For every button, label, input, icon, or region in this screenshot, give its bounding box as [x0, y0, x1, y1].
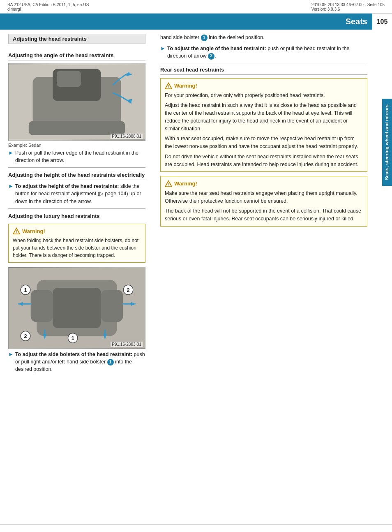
warning-3-para2: The back of the head will not be support…: [165, 207, 363, 223]
rear-seat-title: Rear seat head restraints: [160, 67, 367, 75]
warning-2-para4: Do not drive the vehicle without the sea…: [165, 153, 363, 169]
arrow-icon-3: ►: [8, 351, 14, 357]
svg-text:!: !: [168, 183, 169, 187]
warning-triangle-icon-1: !: [13, 227, 20, 235]
warning-2-para1: For your protection, drive only with pro…: [165, 92, 363, 99]
luxury-section-title: Adjusting the luxury head restraints: [8, 213, 145, 221]
image1-ref: P91.16-2808-31: [111, 134, 143, 139]
side-tab-label: Seats, steering wheel and mirrors: [384, 104, 389, 180]
warning-1-title: ! Warning!: [13, 227, 141, 236]
bullet-angle-right-text: To adjust the angle of the head restrain…: [167, 45, 367, 60]
header-left-line1: BA 212 USA, CA Edition B 2011; 1; 5, en-…: [7, 2, 89, 7]
warning-box-3: ! Warning! Make sure the rear seat head …: [160, 176, 367, 227]
bullet-height: ► To adjust the height of the head restr…: [8, 183, 145, 205]
left-column: Adjusting the head restraints Adjusting …: [0, 34, 152, 376]
warning-3-label: Warning!: [174, 180, 197, 188]
image1-caption: Example: Sedan: [8, 143, 145, 148]
image2-ref: P91.16-2803-31: [111, 342, 143, 347]
warning-2-title: ! Warning!: [165, 82, 363, 90]
side-bolster-circle: 1: [107, 359, 114, 365]
title-bar: Seats 105: [0, 14, 392, 30]
side-bolster-bold: To adjust the side bolsters of the head …: [15, 352, 132, 357]
page-number: 105: [371, 14, 392, 30]
svg-text:1: 1: [71, 335, 74, 341]
arrow-icon-1: ►: [8, 150, 14, 156]
angle-right-bold: To adjust the angle of the head restrain…: [167, 46, 266, 51]
warning-1-label: Warning!: [22, 227, 45, 236]
section-title: Seats: [346, 17, 367, 26]
warning-2-label: Warning!: [174, 82, 197, 90]
angle-section-title: Adjusting the angle of the head restrain…: [8, 52, 145, 60]
arrow-icon-2: ►: [8, 183, 14, 189]
bullet-angle-text: Push or pull the lower edge of the head …: [15, 149, 145, 164]
height-section-title: Adjusting the height of the head restrai…: [8, 172, 145, 180]
svg-text:!: !: [16, 230, 17, 234]
continued-text: hand side bolster 1 into the desired pos…: [160, 34, 367, 42]
warning-box-1: ! Warning! When folding back the head re…: [8, 224, 145, 263]
circle-1-inline: 1: [201, 35, 208, 41]
arrow-icon-4: ►: [160, 45, 166, 51]
svg-text:2: 2: [24, 333, 27, 339]
warning-1-text: When folding back the head restraint sid…: [13, 237, 141, 259]
right-column: hand side bolster 1 into the desired pos…: [152, 34, 392, 376]
bullet-angle: ► Push or pull the lower edge of the hea…: [8, 149, 145, 164]
svg-rect-6: [29, 121, 125, 135]
svg-text:1: 1: [24, 287, 27, 293]
warning-3-title: ! Warning!: [165, 180, 363, 188]
warning-3-para1: Make sure the rear seat head restraints …: [165, 190, 363, 205]
svg-rect-12: [31, 290, 53, 322]
bullet-side-bolster: ► To adjust the side bolsters of the hea…: [8, 351, 145, 373]
content-area: Adjusting the head restraints Adjusting …: [0, 30, 392, 376]
bullet-height-bold: To adjust the height of the head restrai…: [15, 183, 119, 189]
warning-2-para3: With a rear seat occupied, make sure to …: [165, 135, 363, 150]
section-box: Adjusting the head restraints: [8, 34, 145, 44]
svg-rect-3: [57, 71, 81, 87]
warning-triangle-icon-2: !: [165, 82, 172, 90]
warning-2-para2: Adjust the head restraint in such a way …: [165, 102, 363, 132]
warning-triangle-icon-3: !: [165, 180, 172, 187]
warning-box-2: ! Warning! For your protection, drive on…: [160, 78, 367, 172]
svg-text:2: 2: [127, 287, 129, 293]
header-left: BA 212 USA, CA Edition B 2011; 1; 5, en-…: [7, 2, 89, 12]
header-left-line2: dimargi: [7, 7, 89, 12]
svg-rect-13: [101, 290, 123, 322]
svg-rect-11: [53, 288, 101, 328]
header-right-line1: 2010-05-20T13:33:46+02:00 - Seite 105: [311, 2, 385, 7]
bullet-side-bolster-text: To adjust the side bolsters of the head …: [15, 351, 145, 373]
luxury-image: 1 2 2 1 P91.16-2803-31: [8, 267, 145, 349]
car-image: P91.16-2808-31: [8, 63, 145, 141]
bullet-angle-right: ► To adjust the angle of the head restra…: [160, 45, 367, 60]
bottom-border: [0, 524, 392, 525]
doc-header: BA 212 USA, CA Edition B 2011; 1; 5, en-…: [0, 0, 392, 14]
header-right-line2: Version: 3.0.3.6: [311, 7, 385, 12]
svg-text:!: !: [168, 84, 169, 88]
bullet-height-text: To adjust the height of the head restrai…: [15, 183, 145, 205]
side-tab: Seats, steering wheel and mirrors: [382, 99, 392, 186]
header-right: 2010-05-20T13:33:46+02:00 - Seite 105 Ve…: [311, 2, 385, 12]
